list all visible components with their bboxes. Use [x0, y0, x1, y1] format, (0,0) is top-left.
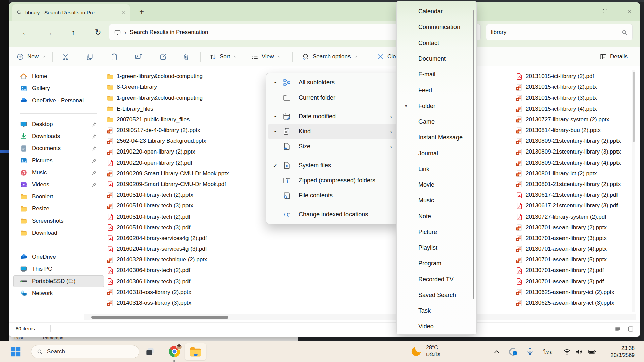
- sidebar-item-home[interactable]: Home: [13, 70, 104, 82]
- sidebar-item-onedrive[interactable]: OneDrive: [13, 251, 104, 263]
- file-item[interactable]: P20130809-21stcentury-library (2).pptx: [516, 136, 621, 146]
- file-item[interactable]: P20130625-asean-library-ict (3).pptx: [516, 298, 621, 308]
- file-item[interactable]: P20130727-library-system (2).pptx: [516, 114, 621, 125]
- weather-widget[interactable]: 28°C แจ่มใส: [411, 344, 440, 358]
- kind-item-instant-message[interactable]: Instant Message: [397, 130, 476, 145]
- chrome-taskbar-icon[interactable]: [168, 345, 181, 358]
- tray-chevron-up-icon[interactable]: [493, 348, 500, 356]
- menu-item-zipped-compressed-folders[interactable]: Zipped (compressed) folders: [268, 173, 397, 188]
- up-button[interactable]: ↑: [65, 24, 82, 40]
- details-button[interactable]: Details: [597, 50, 630, 63]
- file-item[interactable]: P20130809-21stcentury-library (3).pptx: [516, 146, 621, 157]
- taskbar-search[interactable]: [31, 345, 139, 358]
- file-item[interactable]: E-Library_files: [107, 104, 229, 114]
- file-item[interactable]: 20140306-library-tech (3).pdf: [107, 276, 229, 287]
- delete-button[interactable]: [180, 50, 193, 63]
- sort-button[interactable]: Sort: [206, 50, 240, 63]
- forward-button[interactable]: →: [41, 24, 57, 40]
- volume-icon[interactable]: [575, 348, 583, 356]
- file-item[interactable]: 20130617-21stcentury-library (3).pdf: [516, 200, 621, 211]
- list-view-icon[interactable]: [614, 326, 621, 333]
- kind-item-program[interactable]: Program: [397, 256, 476, 272]
- file-item[interactable]: P20140328-library-technique (2).pptx: [107, 254, 229, 265]
- file-item[interactable]: P20130701-asean-library (5).pptx: [516, 254, 621, 265]
- file-item[interactable]: P2562-04-23 Library Backgroud.pptx: [107, 136, 229, 146]
- kind-item-movie[interactable]: Movie: [397, 177, 476, 193]
- menu-item-all-subfolders[interactable]: •All subfolders: [268, 75, 397, 90]
- sidebar-item-onedrive-personal[interactable]: OneDrive - Personal: [13, 95, 104, 107]
- sidebar-item-resize[interactable]: Resize: [13, 203, 104, 215]
- kind-item-video[interactable]: Video: [397, 319, 476, 335]
- search-input[interactable]: [491, 29, 621, 36]
- file-item[interactable]: 20160204-library-services4g (3).pdf: [107, 244, 229, 254]
- kind-item-contact[interactable]: Contact: [397, 35, 476, 51]
- large-icons-view-icon[interactable]: [627, 326, 634, 333]
- file-item[interactable]: P20130801-library-ict (2).pptx: [516, 168, 621, 179]
- search-icon[interactable]: [621, 29, 628, 36]
- breadcrumb[interactable]: Search Results in Presentation: [130, 29, 208, 36]
- file-item[interactable]: 1-green-library&coloud-computing: [107, 71, 229, 82]
- file-item[interactable]: P20140318-oss-library (2).pptx: [107, 287, 229, 298]
- menu-item-system-files[interactable]: ✓System files: [268, 158, 397, 173]
- view-button[interactable]: View: [248, 50, 284, 63]
- sidebar-item-music[interactable]: Music: [13, 167, 104, 179]
- file-item[interactable]: 20160510-library-tech (2).pdf: [107, 211, 229, 222]
- file-item[interactable]: 20130701-asean-library (3).pdf: [516, 276, 621, 287]
- horizontal-scrollbar[interactable]: [84, 314, 636, 320]
- breadcrumb-chevron-icon[interactable]: ›: [124, 29, 126, 36]
- menu-item-current-folder[interactable]: Current folder: [268, 90, 397, 105]
- close-button[interactable]: [622, 4, 637, 18]
- file-item[interactable]: 20130701-asean-library (2).pdf: [516, 265, 621, 276]
- file-item[interactable]: 20140306-library-tech (2).pdf: [107, 265, 229, 276]
- kind-item-document[interactable]: Document: [397, 51, 476, 67]
- kind-item-picture[interactable]: Picture: [397, 224, 476, 240]
- tray-info-icon[interactable]: i: [508, 347, 518, 356]
- file-item[interactable]: 20130617-21stcentury-library (2).pdf: [516, 190, 621, 200]
- new-tab-button[interactable]: +: [136, 6, 147, 18]
- file-item[interactable]: P20131015-ict-library (2).pptx: [516, 82, 621, 93]
- file-item[interactable]: 20190209-Smart Library-CMU-Dr Mook.pdf: [107, 179, 229, 190]
- horizontal-scrollbar-thumb[interactable]: [91, 316, 228, 319]
- file-item[interactable]: P20130814-library-buu (2).pptx: [516, 125, 621, 136]
- copy-button[interactable]: [83, 50, 96, 63]
- kind-item-task[interactable]: Task: [397, 303, 476, 319]
- menu-item-date-modified[interactable]: •Date modified›: [268, 109, 397, 124]
- windows-start-icon[interactable]: [10, 346, 21, 357]
- taskbar-search-input[interactable]: [47, 348, 133, 355]
- file-item[interactable]: 20160204-library-services4g (2).pdf: [107, 233, 229, 244]
- sidebar-item-videos[interactable]: Videos: [13, 179, 104, 191]
- file-item[interactable]: P20130625-asean-library-ict (2).pptx: [516, 287, 621, 298]
- file-item[interactable]: P20130809-21stcentury-library (4).pptx: [516, 158, 621, 168]
- sidebar-item-boonlert[interactable]: Boonlert: [13, 191, 104, 203]
- sidebar-item-portablessd-e[interactable]: PortableSSD (E:): [13, 275, 104, 287]
- kind-item-game[interactable]: Game: [397, 114, 476, 130]
- kind-item-note[interactable]: Note: [397, 208, 476, 224]
- file-item[interactable]: P20190220-open-library (2).pptx: [107, 146, 229, 157]
- sidebar-item-download[interactable]: Download: [13, 227, 104, 239]
- cut-button[interactable]: [59, 50, 72, 63]
- back-button[interactable]: ←: [17, 24, 34, 40]
- kind-item-calendar[interactable]: Calendar: [397, 4, 476, 19]
- microphone-icon[interactable]: [526, 348, 534, 356]
- sidebar-item-network[interactable]: Network: [13, 287, 104, 299]
- file-item[interactable]: P20131015-ict-library (3).pptx: [516, 93, 621, 103]
- kind-item-playlist[interactable]: Playlist: [397, 240, 476, 256]
- file-item[interactable]: P20140318-oss-library (3).pptx: [107, 298, 229, 308]
- search-options-button[interactable]: Search options: [299, 50, 361, 63]
- kind-item-communication[interactable]: Communication: [397, 19, 476, 35]
- search-box[interactable]: [486, 24, 633, 40]
- file-item[interactable]: P20190209-Smart Library-CMU-Dr Mook.pptx: [107, 168, 229, 179]
- file-item[interactable]: P2019i0517-de-4-0-library (2).pptx: [107, 125, 229, 136]
- menu-item-size[interactable]: Size›: [268, 139, 397, 154]
- file-item[interactable]: 1-green-library&coloud-computing: [107, 93, 229, 103]
- sidebar-item-desktop[interactable]: Desktop: [13, 118, 104, 130]
- kind-item-music[interactable]: Music: [397, 193, 476, 208]
- sidebar-item-this-pc[interactable]: This PC: [13, 263, 104, 275]
- new-button[interactable]: New: [14, 50, 49, 63]
- clock[interactable]: 23:38 20/3/2569: [594, 345, 635, 359]
- file-item[interactable]: P20130701-asean-library (2).pptx: [516, 222, 621, 233]
- wifi-icon[interactable]: [563, 348, 571, 356]
- menu-item-change-indexed-locations[interactable]: Change indexed locations: [268, 207, 397, 222]
- kind-item-link[interactable]: Link: [397, 161, 476, 177]
- file-item[interactable]: P20130701-asean-library (3).pptx: [516, 233, 621, 244]
